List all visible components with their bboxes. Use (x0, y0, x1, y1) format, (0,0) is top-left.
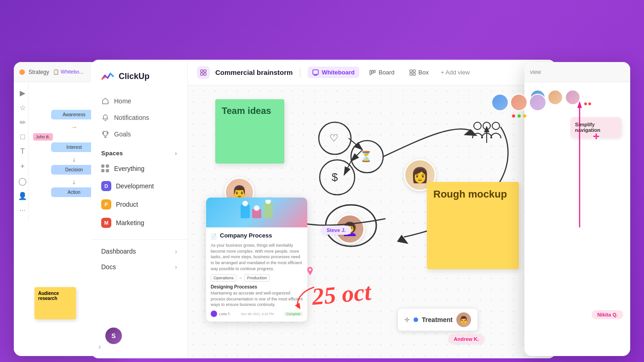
sticky-rough-mockup[interactable]: Rough mockup (427, 182, 519, 269)
avatar-status-dots (512, 114, 526, 118)
svg-rect-7 (370, 70, 371, 75)
card-title-row: 📄 Company Process (211, 232, 303, 241)
avatar-r3 (565, 90, 581, 105)
nav-dashboards[interactable]: Dashboards › (91, 243, 187, 259)
sidebar-footer: Dashboards › Docs › (91, 239, 187, 275)
add-view-button[interactable]: + Add view (441, 69, 470, 76)
home-icon (101, 97, 109, 105)
tool-arrow[interactable]: ▶ (17, 88, 28, 98)
tab-box[interactable]: Box (405, 67, 433, 78)
nav-docs[interactable]: Docs › (91, 259, 187, 275)
svg-point-34 (254, 205, 259, 211)
spaces-chevron[interactable]: › (175, 150, 177, 157)
clickup-logo-icon (100, 69, 115, 84)
flow-decision: Decision (51, 165, 97, 175)
treatment-badge[interactable]: ✛ Treatment 👨 (398, 309, 477, 331)
space-development[interactable]: D Development (96, 177, 183, 195)
tab-board[interactable]: Board (365, 67, 399, 78)
tool-globe[interactable]: ◯ (17, 176, 28, 186)
tool-square[interactable]: □ (17, 132, 28, 142)
avatar-2 (510, 94, 528, 111)
trophy-icon (101, 130, 109, 138)
oct-text: 25 oct (311, 278, 372, 311)
tool-cursor[interactable]: + (17, 161, 28, 171)
tool-more[interactable]: ··· (17, 205, 28, 215)
avatar-cluster-top (491, 94, 546, 118)
svg-rect-30 (241, 204, 250, 218)
mini-toolbar: ▶ ☆ ✏ □ T + ◯ 👤 ··· (14, 82, 29, 221)
tab-whiteboard[interactable]: Whiteboard (308, 67, 359, 78)
nav-notifications[interactable]: Notifications (96, 109, 183, 126)
view-label: view (530, 69, 541, 75)
bg-win-header-right: view (524, 62, 630, 82)
avatar-r2 (547, 90, 563, 105)
process-card[interactable]: 📄 Company Process As your business grows… (206, 198, 307, 322)
svg-rect-13 (413, 73, 415, 75)
header-bar: Commercial brainstorm Whiteboard Board (188, 60, 556, 85)
whiteboard-canvas: Team ideas 👨 👩 👩‍🦱 (188, 85, 556, 358)
svg-point-37 (309, 269, 311, 271)
svg-text:♡: ♡ (329, 132, 339, 144)
john-badge: John B. (33, 133, 53, 141)
svg-rect-11 (413, 70, 415, 72)
svg-rect-9 (374, 70, 375, 73)
flow-awareness: Awareness (51, 110, 97, 119)
space-product[interactable]: P Product (96, 195, 183, 214)
card-sections: Operations → Production (211, 274, 303, 282)
logo-text: ClickUp (119, 72, 150, 81)
flow-interest: Interest (51, 142, 97, 152)
svg-rect-2 (201, 70, 203, 72)
svg-text:⏳: ⏳ (360, 150, 373, 163)
avatar-3 (529, 94, 546, 111)
logo-area: ClickUp (91, 69, 187, 93)
card-subtitle: Designing Processes (211, 284, 303, 289)
tool-star[interactable]: ☆ (17, 102, 28, 113)
sidebar: ClickUp Home Notifications Goals Spaces … (91, 60, 188, 358)
space-everything[interactable]: Everything (96, 160, 183, 177)
tool-text[interactable]: T (17, 147, 28, 157)
svg-text:$: $ (332, 171, 338, 183)
svg-point-16 (492, 122, 500, 130)
process-card-body: 📄 Company Process As your business grows… (206, 227, 307, 322)
whiteboard-tab-icon (312, 69, 319, 76)
process-illustration (238, 200, 275, 225)
svg-rect-5 (204, 73, 206, 75)
nav-home[interactable]: Home (96, 93, 183, 109)
andrew-badge: Andrew K. (448, 334, 484, 344)
flow-action: Action (51, 187, 97, 197)
development-dot: D (101, 181, 111, 191)
svg-rect-8 (372, 70, 373, 74)
svg-rect-32 (264, 202, 273, 218)
steve-badge: Steve J. (321, 226, 351, 235)
user-avatar: S (105, 328, 122, 344)
tool-user[interactable]: 👤 (17, 191, 28, 201)
space-marketing[interactable]: M Marketing (96, 214, 183, 232)
board-tab-icon (369, 69, 376, 76)
move-icon: ✛ (404, 316, 410, 323)
nav-menu: Home Notifications Goals (91, 93, 187, 142)
user-avatar-area[interactable]: S › (98, 343, 101, 351)
svg-point-14 (474, 122, 481, 130)
nav-goals[interactable]: Goals (96, 126, 183, 142)
svg-point-21 (351, 141, 383, 173)
svg-rect-6 (313, 70, 318, 74)
chevron-right-icon-docs: › (175, 263, 177, 271)
avatar-dots-right (584, 102, 591, 105)
avatar-1 (491, 94, 509, 111)
product-dot: P (101, 199, 111, 209)
simplify-card: Simplify navigation ✛ (570, 117, 621, 137)
card-status-badge: Complete (284, 312, 303, 316)
header-title: Commercial brainstorm (215, 68, 293, 76)
tool-pen[interactable]: ✏ (17, 117, 28, 127)
everything-icon (101, 164, 109, 173)
svg-rect-4 (201, 73, 203, 75)
svg-rect-10 (410, 70, 412, 72)
spaces-header: Spaces › (91, 142, 187, 160)
card-author: Leila T. (211, 311, 230, 317)
svg-rect-3 (204, 70, 206, 72)
header-divider (300, 68, 300, 77)
content-area: Commercial brainstorm Whiteboard Board (188, 60, 556, 358)
treatment-avatar: 👨 (456, 312, 471, 327)
nikita-badge: Nikita Q. (592, 310, 623, 319)
sticky-team-ideas[interactable]: Team ideas (215, 99, 284, 164)
